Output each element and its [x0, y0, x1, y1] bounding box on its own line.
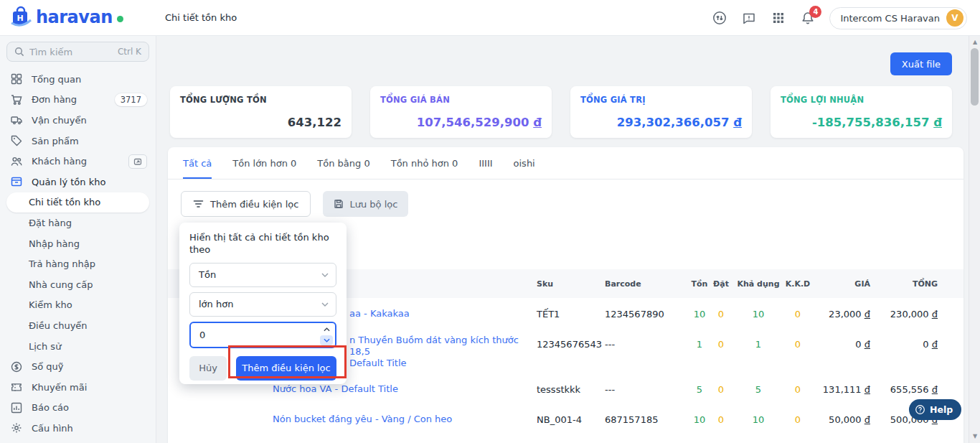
sidebar-item-label: Đơn hàng [32, 94, 77, 105]
stepper-up-icon[interactable] [320, 325, 333, 335]
sidebar-item-label: Khách hàng [32, 156, 87, 167]
col-dat: Đặt [710, 279, 732, 289]
tag-icon [10, 134, 23, 147]
add-filter-condition-button[interactable]: Thêm điều kiện lọc [181, 191, 311, 217]
sidebar-item-san-pham[interactable]: Sản phẩm [0, 131, 156, 151]
question-circle-icon [915, 404, 925, 415]
filter-tabs: Tất cả Tồn lớn hơn 0 Tồn bằng 0 Tồn nhỏ … [168, 147, 963, 179]
sidebar-item-quan-ly-ton-kho[interactable]: Quản lý tồn kho [0, 172, 156, 192]
filter-popup-title: Hiển thị tất cả chi tiết tồn kho theo [189, 232, 336, 256]
gear-icon [10, 421, 23, 434]
brand-name: haravan [36, 7, 113, 27]
save-filter-button[interactable]: Lưu bộ lọc [323, 191, 408, 217]
filter-operator-select[interactable]: lớn hơn [189, 292, 336, 317]
status-dot [117, 16, 123, 22]
sidebar-item-label: Sản phẩm [32, 136, 79, 146]
sidebar-subitem-lich-su[interactable]: Lịch sử [0, 336, 156, 357]
sync-icon[interactable] [712, 10, 727, 26]
orders-count-badge: 3717 [115, 93, 147, 106]
filter-field-select[interactable]: Tồn [189, 263, 336, 287]
open-external-icon[interactable] [128, 154, 147, 169]
cart-icon [10, 93, 23, 106]
col-tong: TỔNG [870, 279, 938, 289]
sidebar-item-cau-hinh[interactable]: Cấu hình [0, 418, 156, 439]
card-total-value: TỔNG GIÁ TRỊ 293,302,366,057 đ [570, 86, 752, 138]
top-bar: H haravan Chi tiết tồn kho [0, 0, 980, 36]
search-shortcut: Ctrl K [118, 47, 141, 57]
tab-tat-ca[interactable]: Tất cả [183, 147, 212, 179]
col-ton: Tồn [689, 279, 710, 289]
help-button[interactable]: Help [909, 399, 961, 420]
card-total-profit: TỔNG LỢI NHUẬN -185,755,836,157 đ [771, 86, 952, 138]
submit-filter-condition-button[interactable]: Thêm điều kiện lọc [236, 356, 336, 381]
sidebar-item-label: Vận chuyển [32, 115, 87, 126]
col-sku: Sku [537, 279, 605, 289]
chevron-down-icon [321, 273, 329, 277]
apps-grid-icon[interactable] [771, 10, 786, 26]
chevron-down-icon [321, 302, 329, 307]
sidebar-item-label: Báo cáo [32, 402, 69, 413]
sidebar-subitem-kiem-kho[interactable]: Kiểm kho [0, 295, 156, 316]
avatar: V [946, 9, 963, 27]
sidebar-item-so-quy[interactable]: Sổ quỹ [0, 356, 156, 377]
sidebar-subitem-nha-cung-cap[interactable]: Nhà cung cấp [0, 274, 156, 295]
tab-ton-bang-0[interactable]: Tồn bằng 0 [317, 147, 369, 179]
user-menu[interactable]: Intercom CS Haravan V [829, 7, 967, 29]
sidebar-item-bao-cao[interactable]: Báo cáo [0, 398, 156, 419]
sidebar-item-khuyen-mai[interactable]: Khuyến mãi [0, 377, 156, 398]
scroll-down-icon[interactable]: ▼ [969, 433, 980, 439]
promo-ticket-icon [10, 381, 23, 393]
cancel-button[interactable]: Hủy [189, 356, 227, 381]
sidebar-item-label: Cấu hình [32, 423, 73, 434]
dollar-circle-icon [10, 360, 23, 373]
sidebar-item-van-chuyen[interactable]: Vận chuyển [0, 110, 156, 131]
sidebar-item-label: Quản lý tồn kho [32, 177, 105, 187]
feedback-icon[interactable] [741, 10, 757, 26]
notification-badge: 4 [809, 6, 821, 18]
sidebar-subitem-nhap-hang[interactable]: Nhập hàng [0, 233, 156, 254]
svg-text:H: H [17, 14, 23, 23]
tab-iiiii[interactable]: IIIII [479, 147, 492, 179]
sidebar-subitem-dieu-chuyen[interactable]: Điều chuyển [0, 315, 156, 336]
col-gia: GIÁ [811, 279, 870, 289]
sidebar-item-tong-quan[interactable]: Tổng quan [0, 69, 156, 90]
filter-value-input[interactable] [189, 322, 336, 348]
filter-icon [193, 200, 204, 208]
stepper-down-icon[interactable] [320, 335, 333, 345]
sidebar-item-label: Tổng quan [32, 74, 81, 85]
col-kkd: K.K.D [785, 279, 811, 289]
haravan-bag-icon: H [10, 6, 32, 29]
sidebar: Ctrl K Tổng quan Đơn hàng 3717 [0, 36, 156, 443]
vertical-scrollbar[interactable]: ▲ ▼ [969, 36, 980, 443]
scrollbar-thumb[interactable] [971, 48, 979, 106]
product-link[interactable]: Nước hoa VA - Default Title [168, 383, 537, 395]
product-link[interactable]: Nón bucket đáng yêu - Vàng / Con heo [168, 414, 537, 425]
sidebar-item-label: Sổ quỹ [32, 361, 64, 372]
tab-oishi[interactable]: oishi [514, 147, 535, 179]
col-barcode: Barcode [605, 279, 689, 289]
sidebar-subitem-dat-hang[interactable]: Đặt hàng [0, 213, 156, 233]
col-kha-dung: Khả dụng [732, 279, 785, 289]
breadcrumb: Chi tiết tồn kho [165, 12, 237, 23]
table-row: Nón bucket đáng yêu - Vàng / Con heo NB_… [168, 404, 963, 434]
notifications-bell-icon[interactable]: 4 [800, 10, 816, 26]
dashboard-icon [10, 73, 23, 85]
summary-cards: TỔNG LƯỢNG TỒN 643,122 TỔNG GIÁ BÁN 107,… [170, 86, 952, 138]
card-total-sale-price: TỔNG GIÁ BÁN 107,546,529,900 đ [370, 86, 552, 138]
export-file-button[interactable]: Xuất file [890, 52, 952, 75]
tab-ton-lon-hon-0[interactable]: Tồn lớn hơn 0 [232, 147, 296, 179]
save-icon [334, 199, 344, 209]
tab-ton-nho-hon-0[interactable]: Tồn nhỏ hơn 0 [391, 147, 458, 179]
scroll-up-icon[interactable]: ▲ [969, 39, 980, 45]
user-name: Intercom CS Haravan [840, 13, 940, 24]
card-total-stock: TỔNG LƯỢNG TỒN 643,122 [170, 86, 352, 138]
users-icon [10, 155, 23, 168]
sidebar-search[interactable]: Ctrl K [6, 42, 149, 62]
search-input[interactable] [29, 47, 101, 57]
sidebar-item-khach-hang[interactable]: Khách hàng [0, 151, 156, 172]
haravan-logo[interactable]: H haravan [10, 6, 123, 29]
sidebar-subitem-tra-hang-nhap[interactable]: Trả hàng nhập [0, 253, 156, 274]
sidebar-item-don-hang[interactable]: Đơn hàng 3717 [0, 90, 156, 111]
sidebar-subitem-chi-tiet-ton-kho[interactable]: Chi tiết tồn kho [6, 192, 149, 213]
inventory-box-icon [10, 175, 23, 188]
